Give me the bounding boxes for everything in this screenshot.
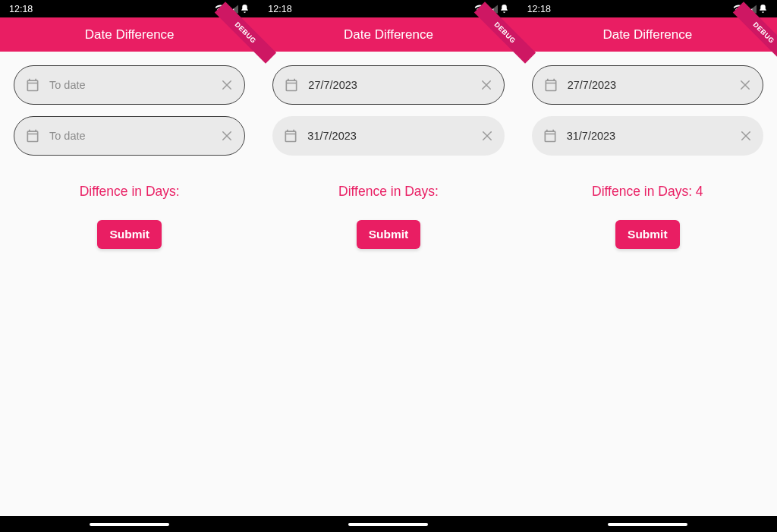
- phone-screen: 12:18 Date Difference DEBUG 27/7/2023 31…: [259, 0, 517, 532]
- clear-icon[interactable]: [220, 78, 234, 92]
- app-bar: Date Difference DEBUG: [0, 17, 259, 52]
- result-text: Diffence in Days:: [272, 184, 504, 200]
- wifi-icon: [215, 5, 226, 14]
- calendar-icon: [284, 77, 299, 93]
- app-title: Date Difference: [602, 27, 692, 42]
- from-date-field[interactable]: 27/7/2023: [272, 65, 504, 105]
- clear-icon[interactable]: [739, 129, 753, 143]
- result-value: 4: [692, 184, 703, 199]
- to-date-field[interactable]: 31/7/2023: [532, 116, 763, 156]
- from-date-placeholder: To date: [49, 79, 211, 91]
- notification-bell-icon: [499, 4, 509, 14]
- notification-bell-icon: [758, 4, 768, 14]
- to-date-value: 31/7/2023: [307, 130, 470, 142]
- calendar-icon: [25, 128, 40, 143]
- app-title: Date Difference: [85, 27, 175, 42]
- result-text: Diffence in Days:: [14, 184, 245, 200]
- wifi-icon: [733, 5, 744, 14]
- signal-icon: [487, 5, 498, 14]
- clear-icon[interactable]: [480, 129, 494, 143]
- screen-body: To date To date Diffence in Days: Submit: [0, 52, 259, 516]
- nav-pill[interactable]: [90, 523, 169, 526]
- submit-button[interactable]: Submit: [357, 220, 421, 249]
- nav-bar: [518, 516, 777, 532]
- from-date-field[interactable]: 27/7/2023: [532, 65, 763, 105]
- status-bar: 12:18: [0, 0, 259, 17]
- submit-button[interactable]: Submit: [615, 220, 680, 249]
- app-bar: Date Difference DEBUG: [259, 17, 517, 52]
- calendar-icon: [543, 128, 558, 143]
- phone-screen: 12:18 Date Difference DEBUG To date To d…: [0, 0, 259, 532]
- app-title: Date Difference: [344, 27, 433, 42]
- calendar-icon: [283, 128, 298, 143]
- phone-screen: 12:18 Date Difference DEBUG 27/7/2023 31…: [518, 0, 777, 532]
- result-label: Diffence in Days:: [338, 184, 439, 199]
- screen-body: 27/7/2023 31/7/2023 Diffence in Days: 4 …: [518, 52, 777, 516]
- status-bar: 12:18: [259, 0, 517, 17]
- result-text: Diffence in Days: 4: [532, 184, 763, 200]
- to-date-field[interactable]: 31/7/2023: [272, 116, 504, 156]
- status-time: 12:18: [9, 4, 33, 14]
- nav-pill[interactable]: [608, 523, 687, 526]
- status-time: 12:18: [268, 4, 291, 14]
- from-date-value: 27/7/2023: [308, 79, 470, 91]
- screen-body: 27/7/2023 31/7/2023 Diffence in Days: Su…: [259, 52, 517, 516]
- clear-icon[interactable]: [220, 129, 234, 143]
- to-date-placeholder: To date: [49, 130, 211, 142]
- from-date-field[interactable]: To date: [14, 65, 245, 105]
- signal-icon: [228, 5, 238, 14]
- status-time: 12:18: [527, 4, 551, 14]
- nav-bar: [0, 516, 259, 532]
- from-date-value: 27/7/2023: [568, 79, 729, 91]
- clear-icon[interactable]: [738, 78, 752, 92]
- result-label: Diffence in Days:: [592, 184, 692, 199]
- result-label: Diffence in Days:: [80, 184, 180, 199]
- status-bar: 12:18: [518, 0, 777, 17]
- app-bar: Date Difference DEBUG: [518, 17, 777, 52]
- nav-bar: [259, 516, 517, 532]
- clear-icon[interactable]: [480, 78, 493, 92]
- to-date-field[interactable]: To date: [14, 116, 245, 156]
- signal-icon: [746, 5, 757, 14]
- calendar-icon: [543, 77, 558, 93]
- to-date-value: 31/7/2023: [567, 130, 730, 142]
- notification-bell-icon: [240, 4, 250, 14]
- wifi-icon: [474, 5, 486, 14]
- submit-button[interactable]: Submit: [97, 220, 162, 249]
- calendar-icon: [25, 77, 40, 93]
- nav-pill[interactable]: [348, 523, 428, 526]
